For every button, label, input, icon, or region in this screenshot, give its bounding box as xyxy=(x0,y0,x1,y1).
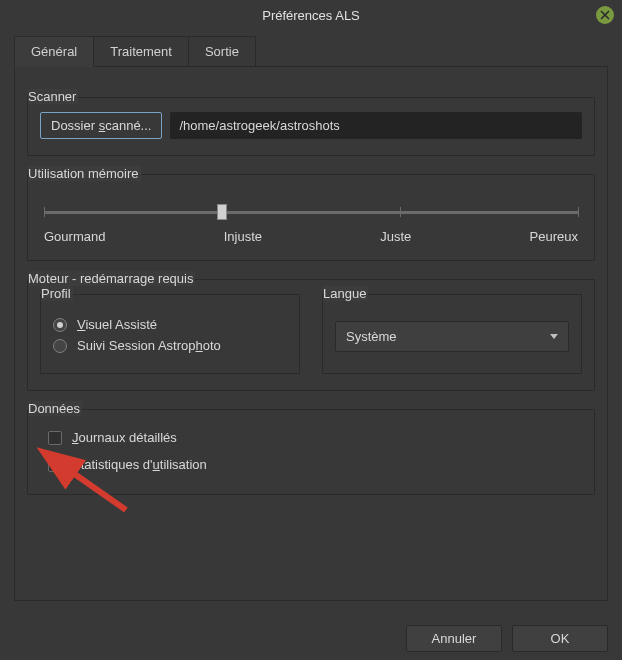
tab-general[interactable]: Général xyxy=(14,36,94,67)
checkbox-label-stats: Statistiques d'utilisation xyxy=(72,457,207,472)
checkbox-icon xyxy=(48,431,62,445)
scanned-folder-path[interactable]: /home/astrogeek/astroshots xyxy=(170,112,582,139)
window-title: Préférences ALS xyxy=(262,8,360,23)
memory-label-2: Juste xyxy=(380,229,411,244)
group-memory: Utilisation mémoire Gourmand Injuste Jus xyxy=(27,174,595,261)
checkbox-usage-stats[interactable]: Statistiques d'utilisation xyxy=(48,457,582,472)
title-bar: Préférences ALS xyxy=(0,0,622,30)
subgroup-title-profile: Profil xyxy=(41,286,73,301)
group-title-memory: Utilisation mémoire xyxy=(28,166,141,181)
cancel-button[interactable]: Annuler xyxy=(406,625,502,652)
group-title-scanner: Scanner xyxy=(28,89,78,104)
tab-panel-general: Scanner Dossier scanné... /home/astrogee… xyxy=(14,67,608,601)
checkbox-label-logs: Journaux détaillés xyxy=(72,430,177,445)
radio-icon xyxy=(53,339,67,353)
group-title-engine: Moteur - redémarrage requis xyxy=(28,271,195,286)
radio-label-astrophoto: Suivi Session Astrophoto xyxy=(77,338,221,353)
subgroup-language: Langue Système xyxy=(322,294,582,374)
subgroup-profile: Profil Visuel Assisté Suivi Session Astr… xyxy=(40,294,300,374)
group-scanner: Scanner Dossier scanné... /home/astrogee… xyxy=(27,97,595,156)
tab-output[interactable]: Sortie xyxy=(188,36,256,66)
memory-slider[interactable] xyxy=(44,199,578,225)
scanned-folder-button[interactable]: Dossier scanné... xyxy=(40,112,162,139)
language-select[interactable]: Système xyxy=(335,321,569,352)
radio-astrophoto-tracking[interactable]: Suivi Session Astrophoto xyxy=(53,338,287,353)
language-selected: Système xyxy=(346,329,397,344)
radio-icon xyxy=(53,318,67,332)
memory-slider-handle[interactable] xyxy=(217,204,227,220)
ok-button[interactable]: OK xyxy=(512,625,608,652)
group-title-data: Données xyxy=(28,401,82,416)
radio-visual-assist[interactable]: Visuel Assisté xyxy=(53,317,287,332)
memory-label-1: Injuste xyxy=(224,229,262,244)
checkbox-icon xyxy=(48,458,62,472)
tab-processing[interactable]: Traitement xyxy=(93,36,189,66)
radio-label-visual-assist: Visuel Assisté xyxy=(77,317,157,332)
checkbox-detailed-logs[interactable]: Journaux détaillés xyxy=(48,430,582,445)
dialog-footer: Annuler OK xyxy=(406,625,608,652)
subgroup-title-language: Langue xyxy=(323,286,368,301)
group-data: Données Journaux détaillés Statistiques … xyxy=(27,409,595,495)
memory-label-0: Gourmand xyxy=(44,229,105,244)
group-engine: Moteur - redémarrage requis Profil Visue… xyxy=(27,279,595,391)
tab-bar: Général Traitement Sortie xyxy=(14,36,608,67)
memory-label-3: Peureux xyxy=(530,229,578,244)
close-icon[interactable] xyxy=(596,6,614,24)
chevron-down-icon xyxy=(550,334,558,339)
